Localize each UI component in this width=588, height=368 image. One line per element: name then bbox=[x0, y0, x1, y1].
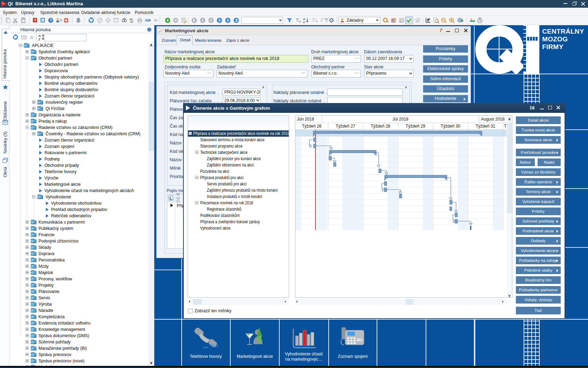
svg-text:?: ? bbox=[60, 19, 62, 23]
svg-text:?: ? bbox=[50, 18, 52, 22]
svg-text:i: i bbox=[42, 19, 43, 22]
svg-text:Z: Z bbox=[38, 38, 41, 41]
svg-text:Z: Z bbox=[303, 21, 305, 23]
svg-text:?: ? bbox=[34, 18, 36, 22]
svg-text:A: A bbox=[38, 34, 41, 38]
svg-text:A: A bbox=[303, 18, 305, 21]
